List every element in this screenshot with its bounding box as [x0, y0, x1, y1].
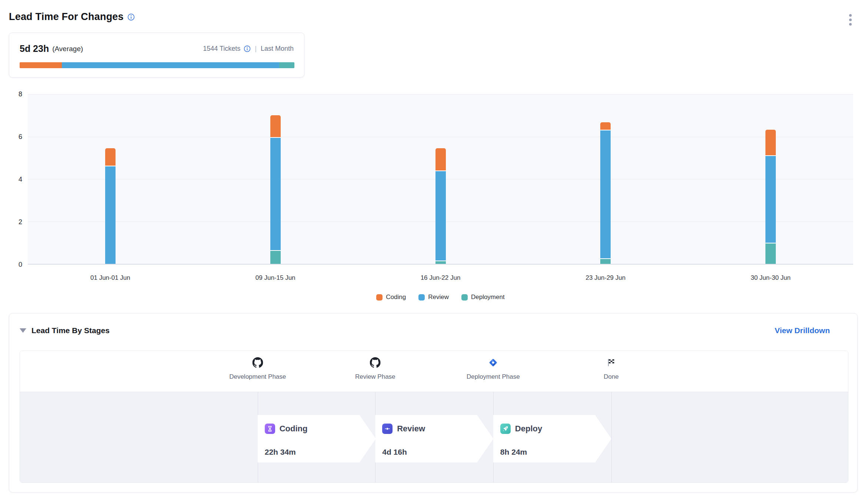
phase-header-row: Development PhaseReview PhaseDeployment …: [20, 351, 848, 392]
phase-label: Deployment Phase: [467, 373, 520, 381]
stages-title: Lead Time By Stages: [31, 326, 110, 335]
legend-item-review[interactable]: Review: [418, 293, 449, 301]
page-header: Lead Time For Changes: [9, 11, 135, 23]
bar-group-4: [600, 94, 611, 264]
phase-label: Development Phase: [229, 373, 286, 381]
bar-segment-review[interactable]: [765, 155, 776, 243]
bar-segment-review[interactable]: [105, 166, 116, 264]
stage-duration: 4d 16h: [382, 448, 407, 457]
bar-group-3: [435, 94, 446, 264]
bar-group-1: [105, 94, 116, 264]
legend-label: Review: [428, 293, 449, 301]
column-divider: [611, 392, 612, 483]
tickets-count: 1544 Tickets: [203, 45, 240, 53]
average-qualifier: (Average): [52, 45, 83, 53]
bar-segment-review[interactable]: [600, 130, 611, 258]
legend-label: Deployment: [471, 293, 505, 301]
legend-item-deployment[interactable]: Deployment: [461, 293, 505, 301]
rocket-icon: [500, 424, 511, 434]
phase-header-1: Development Phase: [229, 357, 286, 381]
bar-segment-coding[interactable]: [600, 122, 611, 130]
plot-area: [28, 94, 853, 265]
summary-distribution-bar: [20, 62, 294, 68]
bar-segment-deployment[interactable]: [435, 261, 446, 264]
bar-segment-deployment[interactable]: [600, 258, 611, 264]
stage-name: Coding: [280, 424, 308, 434]
phase-header-4: Done: [604, 357, 619, 381]
phase-header-2: Review Phase: [355, 357, 395, 381]
phase-label: Done: [604, 373, 619, 381]
stage-name: Deploy: [515, 424, 542, 434]
commit-icon: [382, 424, 393, 434]
phase-label: Review Phase: [355, 373, 395, 381]
y-tick-label: 6: [7, 133, 22, 141]
stage-name: Review: [397, 424, 425, 434]
bar-group-2: [270, 94, 281, 264]
separator: |: [255, 45, 257, 53]
github-icon: [252, 357, 263, 368]
legend-item-coding[interactable]: Coding: [376, 293, 406, 301]
bar-segment-coding[interactable]: [765, 130, 776, 155]
y-tick-label: 0: [7, 261, 22, 269]
bar-segment-coding[interactable]: [270, 115, 281, 137]
tickets-info-icon[interactable]: [244, 45, 251, 52]
bar-segment-coding[interactable]: [105, 148, 116, 166]
lead-time-by-stages-card: Lead Time By Stages View Drilldown Devel…: [9, 313, 858, 492]
y-tick-label: 8: [7, 90, 22, 98]
diamond-icon: [488, 357, 498, 368]
bar-group-5: [765, 94, 776, 264]
bar-segment-review[interactable]: [270, 137, 281, 250]
summary-bar-segment-coding: [20, 62, 62, 68]
summary-bar-segment-review: [62, 62, 279, 68]
chart-legend: CodingReviewDeployment: [28, 293, 853, 301]
hourglass-icon: [265, 424, 275, 434]
x-tick-label: 23 Jun-29 Jun: [585, 274, 625, 282]
y-tick-label: 4: [7, 176, 22, 183]
legend-swatch: [418, 294, 425, 301]
legend-swatch: [461, 294, 468, 301]
page-title: Lead Time For Changes: [9, 11, 124, 23]
x-tick-label: 01 Jun-01 Jun: [90, 274, 130, 282]
average-value: 5d 23h: [20, 43, 49, 54]
github-icon: [370, 357, 381, 368]
phase-header-3: Deployment Phase: [467, 357, 520, 381]
legend-label: Coding: [386, 293, 406, 301]
stage-duration: 22h 34m: [265, 448, 296, 457]
stage-card-review[interactable]: Review4d 16h: [375, 415, 493, 462]
stage-duration: 8h 24m: [500, 448, 527, 457]
bar-segment-coding[interactable]: [435, 148, 446, 170]
x-tick-label: 09 Jun-15 Jun: [256, 274, 296, 282]
period-label: Last Month: [261, 45, 294, 53]
stages-table: Development PhaseReview PhaseDeployment …: [20, 351, 848, 483]
view-drilldown-link[interactable]: View Drilldown: [775, 326, 830, 335]
y-tick-label: 2: [7, 218, 22, 226]
stage-card-coding[interactable]: Coding22h 34m: [258, 415, 376, 462]
bar-segment-deployment[interactable]: [765, 243, 776, 264]
x-tick-label: 30 Jun-30 Jun: [751, 274, 791, 282]
bar-segment-deployment[interactable]: [270, 250, 281, 264]
x-tick-label: 16 Jun-22 Jun: [421, 274, 461, 282]
summary-card: 5d 23h (Average) 1544 Tickets | Last Mon…: [9, 33, 304, 77]
stage-card-deploy[interactable]: Deploy8h 24m: [493, 415, 611, 462]
stages-body: Coding22h 34mReview4d 16hDeploy8h 24m: [20, 392, 848, 483]
checkered-flag-icon: [607, 357, 616, 368]
legend-swatch: [376, 294, 383, 301]
bar-segment-review[interactable]: [435, 170, 446, 261]
collapse-chevron-icon[interactable]: [20, 328, 26, 333]
summary-bar-segment-deployment: [279, 62, 294, 68]
kebab-menu-icon[interactable]: [848, 13, 853, 27]
info-icon[interactable]: [127, 13, 135, 21]
